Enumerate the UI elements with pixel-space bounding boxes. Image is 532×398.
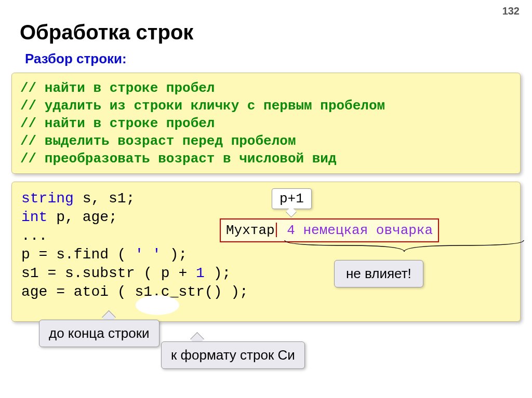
- page-number: 132: [502, 5, 520, 17]
- comment-line: // удалить из строки кличку с первым про…: [20, 97, 512, 115]
- code-text: p, age;: [47, 209, 117, 225]
- brace-icon: [282, 239, 526, 254]
- code-line: string s, s1;: [21, 189, 511, 208]
- example-head: Мухтар: [226, 223, 275, 238]
- section-heading: Разбор строки:: [25, 51, 127, 67]
- code-text: );: [205, 265, 231, 281]
- char-literal: ' ': [135, 246, 161, 263]
- number-literal: 1: [196, 265, 205, 281]
- callout-p-plus-1: p+1: [272, 188, 312, 209]
- code-text: _str() );: [170, 284, 248, 300]
- code-text: s1 = s.substr ( p +: [21, 265, 196, 281]
- callout-to-end: до конца строки: [39, 320, 159, 347]
- code-box: string s, s1; int p, age; ... p = s.find…: [11, 182, 521, 322]
- code-text: age = atoi ( s1: [21, 284, 152, 300]
- code-text: p = s.find (: [21, 246, 135, 263]
- occlusion-shape: [137, 296, 178, 314]
- callout-c-format: к формату строк Си: [161, 341, 305, 369]
- example-tail: 4 немецкая овчарка: [279, 223, 433, 238]
- split-marker: [276, 223, 277, 237]
- comment-line: // выделить возраст перед пробелом: [20, 132, 512, 150]
- page-title: Обработка строк: [20, 21, 193, 44]
- comment-line: // найти в строке пробел: [20, 79, 512, 97]
- code-line: s1 = s.substr ( p + 1 );: [21, 264, 511, 283]
- keyword-string: string: [21, 190, 74, 207]
- code-text: s, s1;: [74, 190, 135, 207]
- keyword-int: int: [21, 209, 47, 225]
- comments-box: // найти в строке пробел // удалить из с…: [11, 73, 521, 174]
- code-text: );: [161, 246, 187, 263]
- callout-not-affect: не влияет!: [334, 260, 423, 287]
- comment-line: // найти в строке пробел: [20, 115, 512, 132]
- code-line: age = atoi ( s1.c_str() );: [21, 283, 511, 301]
- comment-line: // преобразовать возраст в числовой вид: [20, 150, 512, 168]
